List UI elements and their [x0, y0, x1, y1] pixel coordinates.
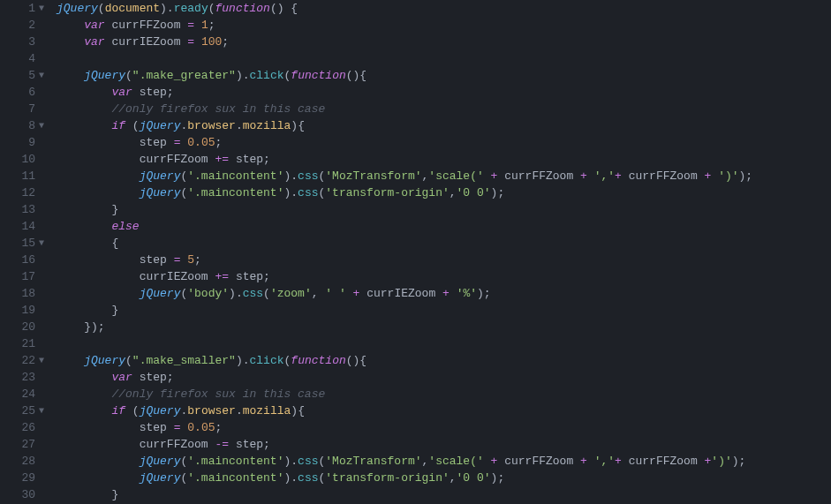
token-str: '.maincontent'	[187, 186, 283, 199]
code-line[interactable]: step = 5;	[57, 252, 831, 268]
code-line[interactable]: }	[57, 486, 831, 503]
token-str: '0 0'	[457, 186, 491, 199]
code-line[interactable]: jQuery('.maincontent').css('transform-or…	[57, 470, 831, 486]
token-ident: step	[236, 270, 263, 283]
token-paren: )	[229, 287, 236, 300]
code-line[interactable]: var step;	[57, 84, 831, 101]
token-paren: (	[132, 404, 140, 417]
token-method: css	[298, 455, 318, 468]
token-prop: mozilla	[243, 119, 291, 132]
code-line[interactable]: step = 0.05;	[57, 134, 831, 151]
token-paren: )	[160, 2, 167, 15]
token-punc	[484, 169, 491, 183]
line-number: 7	[0, 101, 35, 117]
line-number: 2	[0, 17, 35, 34]
code-line[interactable]: jQuery('.maincontent').css('transform-or…	[57, 184, 831, 201]
fold-toggle-icon[interactable]: ▼	[37, 67, 46, 84]
code-line[interactable]: var step;	[57, 369, 831, 386]
code-line[interactable]: jQuery('.maincontent').css('MozTransform…	[57, 168, 831, 184]
fold-toggle-icon[interactable]: ▼	[37, 117, 46, 134]
token-ident: currIEZoom	[111, 35, 180, 49]
token-str: '.maincontent'	[187, 471, 283, 485]
token-paren: (	[98, 2, 105, 15]
token-func: jQuery	[140, 287, 181, 300]
code-line[interactable]: jQuery('.maincontent').css('MozTransform…	[57, 453, 831, 470]
code-line[interactable]: if (jQuery.browser.mozilla){	[57, 117, 831, 134]
token-op: +=	[215, 270, 229, 283]
code-line[interactable]: currFFZoom -= step;	[57, 436, 831, 453]
token-key: var	[111, 86, 132, 99]
code-line[interactable]: jQuery(".make_greater").click(function()…	[57, 67, 831, 84]
fold-toggle-icon[interactable]: ▼	[37, 402, 46, 419]
token-key: var	[84, 19, 104, 32]
token-str: 'scale('	[428, 169, 483, 183]
token-paren: )	[91, 320, 98, 334]
token-punc	[449, 287, 457, 300]
code-line[interactable]: var currFFZoom = 1;	[57, 17, 831, 34]
fold-toggle-icon[interactable]: ▼	[37, 352, 46, 369]
code-line[interactable]: currIEZoom += step;	[57, 268, 831, 285]
token-paren: (){	[346, 354, 366, 367]
code-line[interactable]: {	[57, 235, 831, 252]
code-line[interactable]: currFFZoom += step;	[57, 151, 831, 168]
token-punc: ;	[222, 35, 229, 49]
code-editor[interactable]: 1▼2345▼678▼9101112131415▼16171819202122▼…	[0, 0, 831, 504]
token-punc	[622, 455, 629, 468]
token-punc	[573, 455, 580, 468]
fold-toggle-icon[interactable]: ▼	[37, 0, 46, 17]
token-ident: step	[140, 253, 167, 267]
token-str: 'transform-origin'	[325, 471, 449, 485]
token-punc	[132, 86, 140, 99]
code-line[interactable]: //only firefox sux in this case	[57, 386, 831, 402]
token-punc	[167, 421, 174, 434]
token-brace: }	[111, 304, 118, 317]
token-ident: currFFZoom	[140, 153, 208, 166]
code-line[interactable]: var currIEZoom = 100;	[57, 34, 831, 50]
token-str: ')'	[718, 169, 738, 183]
token-str: 'body'	[187, 287, 229, 300]
token-num: 0.05	[187, 421, 215, 434]
code-line[interactable]: if (jQuery.browser.mozilla){	[57, 402, 831, 419]
token-str: ".make_smaller"	[132, 354, 236, 367]
code-line[interactable]: }	[57, 302, 831, 319]
token-punc	[573, 169, 580, 183]
token-op: +	[442, 287, 449, 300]
line-number: 13	[0, 201, 35, 218]
token-brace: }	[84, 320, 91, 334]
code-line[interactable]	[57, 50, 831, 67]
token-brace: {	[111, 237, 118, 250]
code-area[interactable]: jQuery(document).ready(function() { var …	[41, 0, 831, 504]
token-punc: ;	[263, 153, 270, 166]
token-str: '.maincontent'	[187, 455, 283, 468]
token-key: if	[111, 404, 125, 417]
line-number: 27	[0, 436, 35, 453]
token-method: click	[250, 354, 284, 367]
token-punc: .	[167, 2, 174, 15]
code-line[interactable]: }	[57, 201, 831, 218]
fold-toggle-icon[interactable]: ▼	[37, 235, 46, 252]
code-line[interactable]: step = 0.05;	[57, 419, 831, 436]
token-ident: step	[140, 421, 167, 434]
code-line[interactable]: jQuery('body').css('zoom', ' ' + currIEZ…	[57, 285, 831, 302]
token-punc: ;	[194, 253, 201, 267]
token-punc	[711, 169, 718, 183]
code-line[interactable]: jQuery(document).ready(function() {	[57, 0, 831, 17]
line-number: 6	[0, 84, 35, 101]
token-method: css	[298, 169, 318, 183]
code-line[interactable]	[57, 335, 831, 352]
code-line[interactable]: });	[57, 319, 831, 335]
code-line[interactable]: jQuery(".make_smaller").click(function()…	[57, 352, 831, 369]
token-brace: }	[111, 203, 118, 216]
token-ident: step	[140, 86, 167, 99]
token-func: jQuery	[140, 471, 181, 485]
code-line[interactable]: //only firefox sux in this case	[57, 101, 831, 117]
token-prop: browser	[187, 404, 236, 417]
token-str: 'transform-origin'	[325, 186, 449, 199]
token-str: ' '	[325, 287, 345, 300]
token-key: function	[291, 354, 345, 367]
token-punc	[194, 35, 201, 49]
token-punc	[698, 169, 705, 183]
token-ident: step	[140, 371, 167, 384]
token-ident: currFFZoom	[111, 19, 180, 32]
code-line[interactable]: else	[57, 218, 831, 235]
